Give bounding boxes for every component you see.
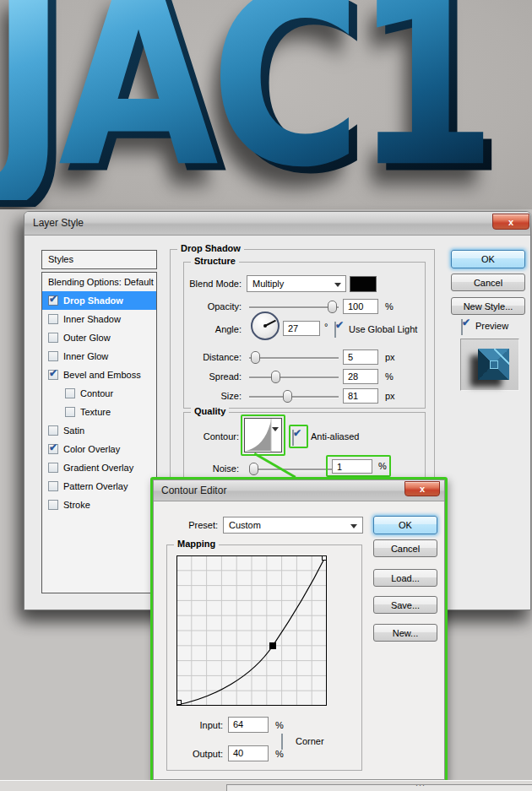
style-checkbox[interactable]: ✔ [48,333,58,343]
mapping-curve-chart [176,555,327,706]
styles-list-item[interactable]: ✔ Color Overlay [42,440,156,458]
styles-list-item-label: Drop Shadow [63,295,123,306]
distance-slider[interactable] [249,357,339,360]
cancel-button[interactable]: Cancel [451,274,525,291]
size-unit: px [385,391,395,401]
blend-mode-value: Multiply [252,279,284,289]
structure-group: Structure Blend Mode: Multiply Opacity: … [183,262,426,409]
corner-checkbox[interactable]: ✔ [281,734,283,750]
styles-list-item[interactable]: ✔ Texture [42,403,156,421]
spread-slider-thumb[interactable] [271,371,280,383]
contour-save-button[interactable]: Save... [373,596,437,614]
noise-highlight-box: 1 % [326,455,391,477]
spread-field[interactable]: 28 [343,369,378,384]
blend-mode-select[interactable]: Multiply [247,275,346,292]
anti-aliased-label: Anti-aliased [311,431,359,442]
style-checkbox[interactable]: ✔ [48,425,58,436]
styles-list-item[interactable]: ✔ Inner Glow [42,347,156,366]
curve-selected-point[interactable] [269,642,276,649]
styles-list-item-label: Outer Glow [63,333,111,343]
document-canvas: JAC1 JAC1 [0,0,532,209]
size-label: Size: [184,391,242,401]
chevron-down-icon[interactable] [272,427,279,431]
preset-select[interactable]: Custom [223,517,363,534]
opacity-slider[interactable] [249,306,339,309]
style-checkbox[interactable]: ✔ [48,314,58,324]
style-checkbox[interactable]: ✔ [48,444,58,454]
noise-slider-thumb[interactable] [249,463,258,475]
contour-editor-dialog: Contour Editor x Preset: Custom OK Cance… [150,477,448,783]
styles-list-item[interactable]: ✔ Contour [42,384,156,403]
style-checkbox[interactable]: ✔ [48,351,58,361]
styles-list-item[interactable]: Blending Options: Default [42,273,156,291]
preset-label: Preset: [171,520,218,530]
styles-list-item-label: Bevel and Emboss [63,370,141,380]
styles-list-item-label: Stroke [63,500,90,510]
output-field[interactable]: 40 [228,745,269,761]
mapping-curve-editor[interactable] [176,555,327,706]
styles-list-item[interactable]: ✔ Drop Shadow [42,291,156,310]
input-field[interactable]: 64 [228,717,269,733]
close-icon[interactable]: x [404,481,440,496]
distance-field[interactable]: 5 [343,349,378,365]
spread-slider[interactable] [249,377,339,379]
canvas-text-face: JAC1 [0,0,489,200]
styles-list-item[interactable]: ✔ Satin [42,421,156,440]
ok-button[interactable]: OK [451,250,525,268]
opacity-slider-thumb[interactable] [328,301,337,313]
style-checkbox[interactable]: ✔ [48,295,58,306]
style-checkbox[interactable]: ✔ [48,463,58,473]
distance-slider-thumb[interactable] [251,351,260,364]
distance-label: Distance: [184,352,242,362]
contour-new-button[interactable]: New... [373,624,437,642]
contour-load-button[interactable]: Load... [373,569,437,587]
preview-label: Preview [475,321,508,331]
layer-style-titlebar[interactable]: Layer Style [24,212,530,236]
styles-list-item-label: Inner Shadow [63,314,121,324]
angle-field[interactable]: 27 [283,321,320,336]
style-checkbox[interactable]: ✔ [48,370,58,380]
angle-unit: ° [324,322,328,332]
use-global-light-label: Use Global Light [349,324,417,334]
style-checkbox[interactable]: ✔ [65,388,75,398]
styles-list-item[interactable]: ✔ Outer Glow [42,328,156,347]
curve-endpoint-low[interactable] [177,701,182,705]
contour-editor-title: Contour Editor [161,485,226,496]
styles-list-item[interactable]: ✔ Pattern Overlay [42,477,156,496]
size-slider-thumb[interactable] [283,390,292,403]
new-style-button[interactable]: New Style... [451,297,525,315]
grip-dots-icon: ··· [415,781,426,789]
styles-list-item[interactable]: ✔ Stroke [42,496,156,514]
anti-aliased-checkbox[interactable]: ✔ [292,430,294,446]
lower-panel-edge [226,784,532,791]
preview-checkbox[interactable]: ✔ [461,319,463,335]
angle-label: Angle: [184,324,242,334]
preset-value: Custom [229,520,261,530]
style-checkbox[interactable]: ✔ [48,500,58,510]
styles-list-item[interactable]: ✔ Gradient Overlay [42,458,156,477]
styles-list-item[interactable]: ✔ Bevel and Emboss [42,366,156,384]
close-icon[interactable]: x [492,214,529,230]
angle-dial[interactable] [251,312,280,340]
styles-list-item-label: Pattern Overlay [63,481,128,491]
styles-list-item[interactable]: ✔ Inner Shadow [42,310,156,328]
size-slider[interactable] [249,396,339,398]
spread-unit: % [385,371,394,382]
style-checkbox[interactable]: ✔ [48,481,58,491]
opacity-unit: % [385,301,394,312]
contour-cancel-button[interactable]: Cancel [373,539,437,557]
mapping-group-title: Mapping [174,539,219,549]
style-preview-thumbnail [460,339,519,391]
curve-endpoint-high[interactable] [323,556,327,561]
opacity-field[interactable]: 100 [343,299,378,314]
noise-field[interactable]: 1 [332,459,372,474]
contour-picker[interactable] [244,418,282,452]
noise-slider[interactable] [249,469,334,471]
size-field[interactable]: 81 [343,388,378,404]
contour-editor-titlebar[interactable]: Contour Editor [154,480,444,501]
use-global-light-checkbox[interactable]: ✔ [334,322,336,338]
contour-ok-button[interactable]: OK [373,516,437,534]
shadow-color-swatch[interactable] [350,276,377,292]
style-checkbox[interactable]: ✔ [65,407,75,417]
preview-pyramid [478,349,509,380]
